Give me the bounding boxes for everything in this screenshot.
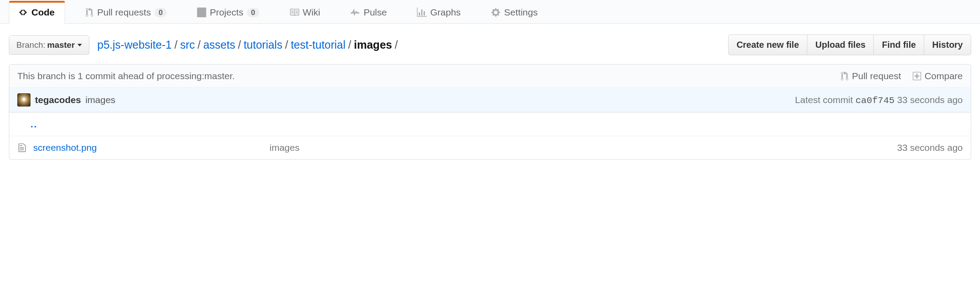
latest-commit-bar: tegacodes images Latest commit ca0f745 3… (9, 88, 971, 112)
tab-graphs-label: Graphs (430, 7, 461, 18)
project-icon (197, 8, 206, 17)
create-file-button[interactable]: Create new file (728, 34, 807, 55)
find-file-button[interactable]: Find file (874, 34, 924, 55)
repo-nav: Code Pull requests 0 Projects 0 Wiki Pul… (0, 0, 980, 24)
branch-select-value: master (47, 40, 74, 50)
commit-prefix: Latest commit (795, 95, 853, 105)
tab-settings[interactable]: Settings (482, 0, 548, 24)
breadcrumb-part-0[interactable]: src (180, 38, 195, 51)
tab-pulse-label: Pulse (363, 7, 387, 18)
file-name-link[interactable]: screenshot.png (33, 142, 263, 153)
breadcrumb-sep: / (348, 38, 351, 51)
compare-link-label: Compare (925, 71, 963, 81)
branch-info-text: This branch is 1 commit ahead of process… (17, 71, 235, 81)
breadcrumb-sep: / (395, 38, 398, 51)
tab-wiki-label: Wiki (303, 7, 320, 18)
breadcrumb-root[interactable]: p5.js-website-1 (97, 38, 172, 51)
breadcrumb-part-3[interactable]: test-tutorial (291, 38, 346, 51)
parent-directory-row[interactable]: .. (9, 112, 971, 136)
branch-select-button[interactable]: Branch: master (9, 35, 89, 55)
projects-count-badge: 0 (247, 8, 259, 17)
breadcrumb-part-1[interactable]: assets (203, 38, 235, 51)
file-icon (17, 143, 27, 153)
file-commit-message[interactable]: images (270, 142, 891, 153)
book-icon (289, 8, 299, 17)
commit-age: 33 seconds ago (897, 95, 963, 105)
breadcrumb: p5.js-website-1 / src / assets / tutoria… (97, 38, 720, 51)
branch-info-bar: This branch is 1 commit ahead of process… (9, 65, 971, 88)
tab-code-label: Code (31, 7, 55, 18)
breadcrumb-sep: / (285, 38, 288, 51)
breadcrumb-part-2[interactable]: tutorials (243, 38, 282, 51)
breadcrumb-final: images (354, 38, 392, 51)
files-container: This branch is 1 commit ahead of process… (9, 64, 971, 160)
tab-pulse[interactable]: Pulse (341, 0, 397, 24)
avatar[interactable] (17, 93, 31, 107)
pull-request-icon (85, 8, 94, 17)
upload-files-button[interactable]: Upload files (807, 34, 874, 55)
file-age: 33 seconds ago (897, 142, 963, 153)
pull-request-link[interactable]: Pull request (841, 71, 901, 81)
caret-down-icon (77, 44, 82, 46)
diff-icon (913, 71, 921, 81)
tab-graphs[interactable]: Graphs (408, 0, 471, 24)
branch-select-label: Branch: (16, 40, 45, 50)
commit-sha[interactable]: ca0f745 (856, 96, 895, 106)
pull-request-icon (841, 71, 849, 81)
breadcrumb-sep: / (197, 38, 201, 51)
history-button[interactable]: History (924, 34, 971, 55)
file-row: screenshot.png images 33 seconds ago (9, 136, 971, 159)
tab-pull-requests[interactable]: Pull requests 0 (76, 0, 177, 24)
tab-projects[interactable]: Projects 0 (188, 0, 270, 24)
tab-wiki[interactable]: Wiki (280, 0, 331, 24)
breadcrumb-sep: / (238, 38, 241, 51)
graph-icon (417, 8, 427, 17)
compare-link[interactable]: Compare (913, 71, 963, 81)
file-navigation: Branch: master p5.js-website-1 / src / a… (0, 24, 980, 64)
commit-author[interactable]: tegacodes (35, 95, 81, 105)
code-icon (18, 8, 28, 17)
pulls-count-badge: 0 (154, 8, 167, 17)
tab-pulls-label: Pull requests (97, 7, 151, 18)
breadcrumb-sep: / (174, 38, 177, 51)
tab-settings-label: Settings (504, 7, 538, 18)
pull-request-link-label: Pull request (852, 71, 901, 81)
tab-code[interactable]: Code (9, 1, 65, 24)
file-action-buttons: Create new file Upload files Find file H… (728, 34, 971, 55)
parent-directory-link[interactable]: .. (17, 119, 247, 130)
pulse-icon (350, 8, 360, 17)
gear-icon (491, 8, 501, 17)
tab-projects-label: Projects (210, 7, 243, 18)
commit-message[interactable]: images (85, 95, 116, 105)
commit-meta: Latest commit ca0f745 33 seconds ago (795, 95, 963, 106)
